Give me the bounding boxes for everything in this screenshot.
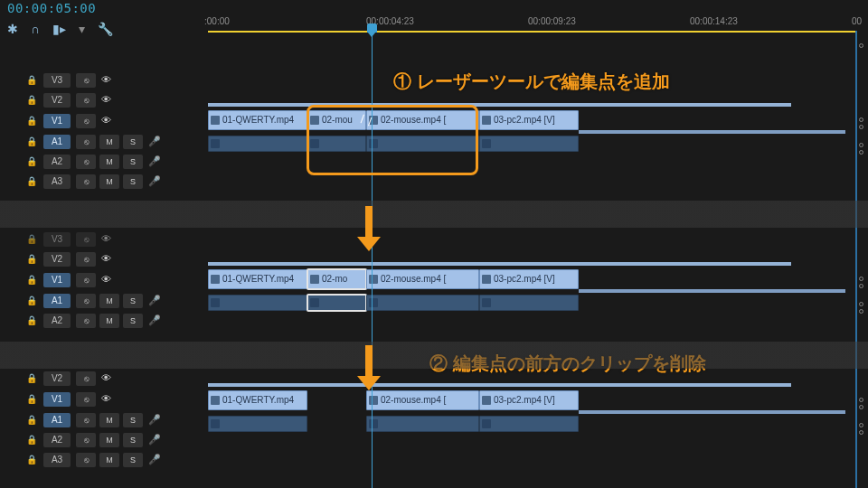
sync-lock-icon[interactable]: ⎋	[76, 93, 96, 108]
eye-icon[interactable]: 👁	[101, 74, 111, 86]
voiceover-icon[interactable]: 🎤	[148, 136, 161, 147]
lock-icon[interactable]: 🔒	[24, 176, 40, 187]
mute-button[interactable]: M	[99, 453, 119, 467]
solo-button[interactable]: S	[123, 314, 143, 328]
audio-clip[interactable]	[479, 295, 579, 311]
lock-icon[interactable]: 🔒	[24, 315, 40, 326]
voiceover-icon[interactable]: 🎤	[148, 454, 161, 465]
track-toggle-v3[interactable]: V3	[43, 73, 71, 88]
audio-clip-selected[interactable]	[307, 295, 366, 311]
solo-button[interactable]: S	[123, 433, 143, 447]
lock-icon[interactable]: 🔒	[24, 373, 40, 384]
eye-icon[interactable]: 👁	[101, 115, 111, 127]
track-output-icon[interactable]	[859, 143, 864, 155]
track-toggle-v1[interactable]: V1	[43, 273, 71, 287]
track-toggle-a2[interactable]: A2	[43, 433, 71, 447]
sync-lock-icon[interactable]: ⎋	[76, 433, 96, 447]
mute-button[interactable]: M	[99, 155, 119, 169]
sequence-timecode[interactable]: 00:00:05:00	[7, 2, 96, 14]
v1-expand-bar[interactable]	[208, 383, 791, 387]
work-area-bar[interactable]	[208, 31, 855, 33]
track-toggle-v2[interactable]: V2	[43, 93, 71, 108]
solo-button[interactable]: S	[123, 453, 143, 467]
eye-icon[interactable]: 👁	[101, 94, 111, 106]
video-clip[interactable]: 01-QWERTY.mp4	[208, 269, 307, 289]
track-toggle-a1[interactable]: A1	[43, 413, 71, 427]
track-output-icon[interactable]	[859, 302, 864, 314]
sync-lock-icon[interactable]: ⎋	[76, 371, 96, 386]
timeline-state3[interactable]: 01-QWERTY.mp4 02-mouse.mp4 [ 03-pc2.mp4 …	[208, 383, 855, 465]
track-output-icon[interactable]	[859, 277, 864, 288]
video-clip[interactable]: 03-pc2.mp4 [V]	[479, 110, 579, 130]
video-clip-selected[interactable]: 02-mo	[307, 269, 366, 289]
sync-lock-icon[interactable]: ⎋	[76, 252, 96, 267]
track-output-icon[interactable]	[859, 43, 864, 48]
settings-icon[interactable]: 🔧	[98, 22, 113, 37]
sync-lock-icon[interactable]: ⎋	[76, 155, 96, 169]
voiceover-icon[interactable]: 🎤	[148, 175, 161, 187]
mute-button[interactable]: M	[99, 413, 119, 427]
lock-icon[interactable]: 🔒	[24, 455, 40, 465]
lock-icon[interactable]: 🔒	[24, 296, 40, 306]
lock-icon[interactable]: 🔒	[24, 136, 40, 147]
lock-icon[interactable]: 🔒	[24, 156, 40, 167]
lock-icon[interactable]: 🔒	[24, 394, 40, 405]
lock-icon[interactable]: 🔒	[24, 275, 40, 286]
eye-icon[interactable]: 👁	[101, 372, 111, 384]
audio-clip[interactable]	[366, 416, 479, 432]
video-clip[interactable]: 03-pc2.mp4 [V]	[479, 269, 579, 289]
track-output-icon[interactable]	[859, 117, 864, 129]
audio-clip[interactable]	[479, 136, 579, 152]
audio-clip[interactable]	[479, 416, 579, 432]
mute-button[interactable]: M	[99, 433, 119, 447]
track-toggle-a1[interactable]: A1	[43, 135, 71, 149]
mute-button[interactable]: M	[99, 314, 119, 328]
sync-lock-icon[interactable]: ⎋	[76, 413, 96, 427]
video-clip[interactable]: 01-QWERTY.mp4	[208, 390, 307, 410]
video-clip[interactable]: 02-mou	[307, 110, 366, 130]
sync-lock-icon[interactable]: ⎋	[76, 273, 96, 287]
track-toggle-a2[interactable]: A2	[43, 314, 71, 328]
timeline-state2[interactable]: 01-QWERTY.mp4 02-mo 02-mouse.mp4 [ 03-pc…	[208, 262, 855, 343]
track-toggle-a2[interactable]: A2	[43, 155, 71, 169]
mute-button[interactable]: M	[99, 135, 119, 149]
track-toggle-v2[interactable]: V2	[43, 371, 71, 386]
video-clip[interactable]: 02-mouse.mp4 [	[366, 390, 479, 410]
solo-button[interactable]: S	[123, 413, 143, 427]
audio-clip[interactable]	[366, 136, 479, 152]
mute-button[interactable]: M	[99, 294, 119, 308]
mute-button[interactable]: M	[99, 174, 119, 189]
lock-icon[interactable]: 🔒	[24, 254, 40, 265]
lock-icon[interactable]: 🔒	[24, 95, 40, 106]
sync-lock-icon[interactable]: ⎋	[76, 294, 96, 308]
sync-lock-icon[interactable]: ⎋	[76, 114, 96, 128]
video-clip[interactable]: 03-pc2.mp4 [V]	[479, 390, 579, 410]
sync-lock-icon[interactable]: ⎋	[76, 174, 96, 189]
track-toggle-v1[interactable]: V1	[43, 114, 71, 128]
audio-clip[interactable]	[307, 136, 366, 152]
solo-button[interactable]: S	[123, 174, 143, 189]
lock-icon[interactable]: 🔒	[24, 415, 40, 426]
v1-expand-bar[interactable]	[208, 262, 791, 266]
track-output-icon[interactable]	[859, 398, 864, 409]
sync-lock-icon[interactable]: ⎋	[76, 314, 96, 328]
voiceover-icon[interactable]: 🎤	[148, 155, 161, 167]
eye-icon[interactable]: 👁	[101, 274, 111, 286]
audio-clip[interactable]	[208, 416, 307, 432]
lock-icon[interactable]: 🔒	[24, 75, 40, 86]
eye-icon[interactable]: 👁	[101, 253, 111, 265]
video-clip[interactable]: 02-mouse.mp4 [	[366, 269, 479, 289]
audio-clip[interactable]	[366, 295, 479, 311]
track-toggle-a3[interactable]: A3	[43, 174, 71, 189]
solo-button[interactable]: S	[123, 294, 143, 308]
voiceover-icon[interactable]: 🎤	[148, 295, 161, 306]
solo-button[interactable]: S	[123, 155, 143, 169]
lock-icon[interactable]: 🔒	[24, 435, 40, 446]
sync-lock-icon[interactable]: ⎋	[76, 453, 96, 467]
video-clip[interactable]: 02-mouse.mp4 [	[366, 110, 479, 130]
solo-button[interactable]: S	[123, 135, 143, 149]
sync-lock-icon[interactable]: ⎋	[76, 392, 96, 407]
magnet-icon[interactable]: ∩	[31, 22, 40, 37]
sync-lock-icon[interactable]: ⎋	[76, 135, 96, 149]
playhead[interactable]	[372, 23, 373, 488]
